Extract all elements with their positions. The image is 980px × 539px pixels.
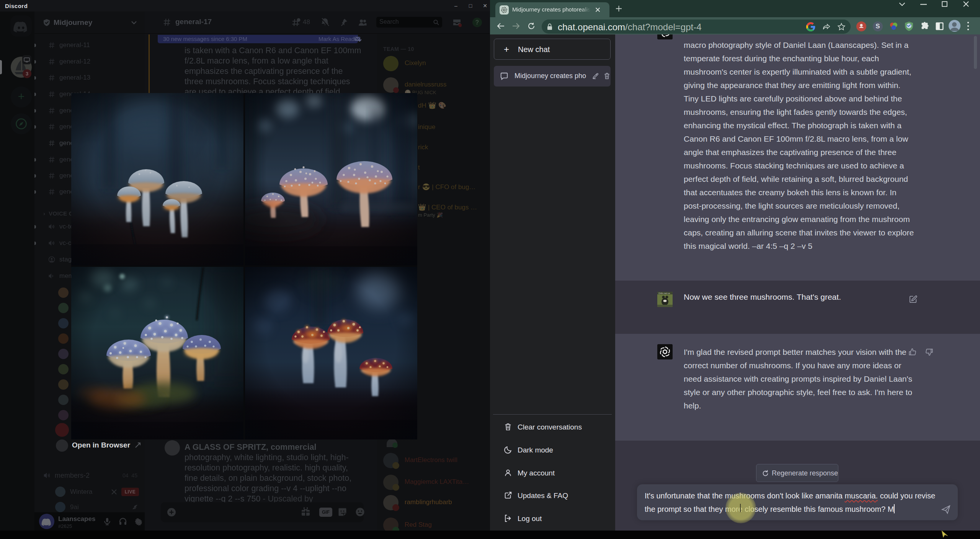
svg-text:Chilln mal rus: Chilln mal rus bbox=[658, 292, 670, 294]
